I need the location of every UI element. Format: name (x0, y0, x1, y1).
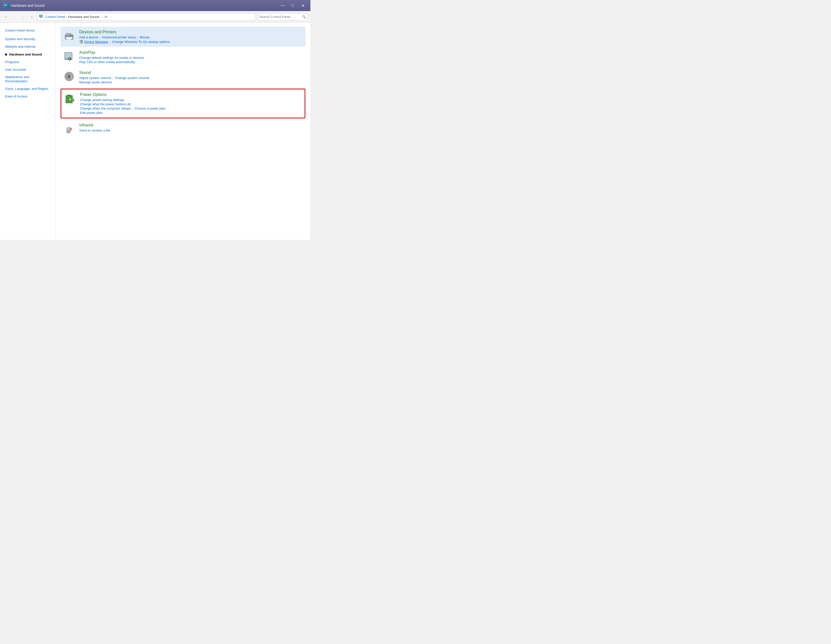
svg-rect-1 (5, 5, 6, 6)
search-icon: 🔍 (302, 15, 306, 19)
autoplay-title[interactable]: AutoPlay (79, 50, 303, 55)
sidebar-item-clock-language-and-region[interactable]: Clock, Language, and Region (0, 85, 55, 92)
power-options-content: Power Options Change power-saving settin… (80, 92, 302, 115)
breadcrumb-segment-1[interactable]: Control Panel (45, 15, 65, 19)
autoplay-links-row1: Change default settings for media or dev… (79, 56, 303, 60)
sidebar: Control Panel Home System and Security N… (0, 23, 56, 240)
main-container: Control Panel Home System and Security N… (0, 23, 310, 240)
svg-rect-6 (40, 17, 41, 18)
mouse-link[interactable]: Mouse (140, 35, 150, 39)
up-button[interactable]: ↑ (28, 13, 35, 21)
svg-point-21 (68, 76, 70, 77)
change-power-buttons-link[interactable]: Change what the power buttons do (80, 102, 131, 106)
sidebar-item-system-and-security[interactable]: System and Security (0, 35, 55, 43)
devices-icon (63, 30, 75, 42)
sound-title[interactable]: Sound (79, 70, 303, 75)
change-when-sleeps-link[interactable]: Change when the computer sleeps (80, 107, 131, 110)
infrared-title[interactable]: Infrared (79, 123, 303, 128)
sound-content: Sound Adjust system volume | Change syst… (79, 70, 303, 84)
app-icon (3, 3, 9, 9)
svg-rect-12 (66, 35, 69, 37)
sound-links-row1: Adjust system volume | Change system sou… (79, 76, 303, 80)
svg-rect-10 (67, 37, 71, 38)
breadcrumb-separator: › (66, 15, 67, 19)
change-default-settings-link[interactable]: Change default settings for media or dev… (79, 56, 144, 60)
title-bar: Hardware and Sound — □ ✕ (0, 0, 310, 11)
content-area: Devices and Printers Add a device | Adva… (56, 23, 310, 240)
devices-and-printers-title[interactable]: Devices and Printers (79, 30, 303, 34)
edit-power-plan-link[interactable]: Edit power plan (80, 111, 103, 115)
sound-links-row2: Manage audio devices (79, 80, 303, 84)
dropdown-arrow[interactable]: ⌄ (101, 15, 103, 18)
power-links-row3: Change when the computer sleeps | Choose… (80, 107, 302, 110)
sidebar-item-user-accounts[interactable]: User Accounts (0, 66, 55, 73)
infrared-content: Infrared Send or receive a file (79, 123, 303, 132)
back-button[interactable]: ← (3, 13, 10, 21)
section-power-options: Power Options Change power-saving settin… (60, 89, 306, 118)
svg-rect-2 (5, 6, 6, 7)
breadcrumb-segment-2[interactable]: Hardware and Sound (68, 15, 99, 19)
sidebar-item-ease-of-access[interactable]: Ease of Access (0, 92, 55, 100)
choose-power-plan-link[interactable]: Choose a power plan (134, 107, 166, 110)
minimize-button[interactable]: — (278, 2, 287, 9)
address-path[interactable]: Control Panel › Hardware and Sound ⌄ ⟳ (37, 13, 256, 21)
search-box[interactable]: 🔍 (257, 13, 308, 21)
power-links-row1: Change power-saving settings (80, 98, 302, 102)
manage-audio-devices-link[interactable]: Manage audio devices (79, 80, 112, 84)
refresh-icon[interactable]: ⟳ (105, 15, 108, 19)
device-manager-wrapper: Device Manager (79, 40, 108, 44)
autoplay-links-row2: Play CDs or other media automatically (79, 60, 303, 64)
svg-rect-25 (72, 100, 75, 101)
maximize-button[interactable]: □ (288, 2, 297, 9)
power-options-title[interactable]: Power Options (80, 92, 302, 97)
section-devices-and-printers: Devices and Printers Add a device | Adva… (60, 27, 306, 47)
svg-point-13 (71, 35, 72, 37)
svg-rect-8 (66, 33, 71, 35)
address-bar: ← → ⌄ ↑ Control Panel › Hardware and Sou… (0, 11, 310, 23)
add-a-device-link[interactable]: Add a device (79, 35, 98, 39)
window-title: Hardware and Sound (11, 3, 278, 8)
sound-icon (63, 70, 75, 83)
change-power-saving-link[interactable]: Change power-saving settings (80, 98, 124, 102)
section-infrared: Infrared Send or receive a file (60, 120, 306, 138)
power-links-row2: Change what the power buttons do (80, 102, 302, 106)
autoplay-content: AutoPlay Change default settings for med… (79, 50, 303, 64)
adjust-system-volume-link[interactable]: Adjust system volume (79, 76, 111, 80)
infrared-icon (63, 123, 75, 135)
svg-rect-28 (67, 128, 70, 130)
change-windows-to-go-link[interactable]: Change Windows To Go startup options (112, 40, 170, 44)
path-icon (39, 14, 44, 20)
device-manager-link[interactable]: Device Manager (84, 40, 108, 44)
section-autoplay: AutoPlay Change default settings for med… (60, 47, 306, 67)
sidebar-item-appearance-and-personalization[interactable]: Appearance andPersonalization (0, 73, 55, 85)
window-controls: — □ ✕ (278, 2, 307, 9)
autoplay-icon (63, 50, 75, 62)
sidebar-item-hardware-and-sound[interactable]: Hardware and Sound (0, 51, 55, 58)
devices-and-printers-content: Devices and Printers Add a device | Adva… (79, 30, 303, 44)
shield-icon (79, 40, 83, 44)
search-input[interactable] (259, 15, 302, 19)
close-button[interactable]: ✕ (298, 2, 307, 9)
active-bullet (5, 54, 7, 56)
devices-links-row1: Add a device | Advanced printer setup | … (79, 35, 303, 39)
svg-rect-15 (65, 53, 72, 58)
sidebar-item-programs[interactable]: Programs (0, 58, 55, 66)
svg-rect-11 (67, 38, 71, 39)
section-sound: Sound Adjust system volume | Change syst… (60, 67, 306, 87)
power-links-row4: Edit power plan (80, 111, 302, 115)
svg-rect-3 (4, 7, 7, 7)
forward-button[interactable]: → (11, 13, 18, 21)
sidebar-item-network-and-internet[interactable]: Network and Internet (0, 43, 55, 51)
svg-rect-5 (40, 15, 42, 17)
change-system-sounds-link[interactable]: Change system sounds (115, 76, 150, 80)
recent-locations-button[interactable]: ⌄ (20, 13, 27, 21)
devices-links-row2: Device Manager | Change Windows To Go st… (79, 40, 303, 44)
send-or-receive-link[interactable]: Send or receive a file (79, 129, 110, 132)
svg-rect-23 (68, 95, 71, 96)
power-icon (64, 92, 76, 105)
advanced-printer-setup-link[interactable]: Advanced printer setup (102, 35, 136, 39)
infrared-links-row1: Send or receive a file (79, 129, 303, 132)
play-cds-link[interactable]: Play CDs or other media automatically (79, 60, 135, 64)
sidebar-item-control-panel-home[interactable]: Control Panel Home (0, 27, 55, 34)
